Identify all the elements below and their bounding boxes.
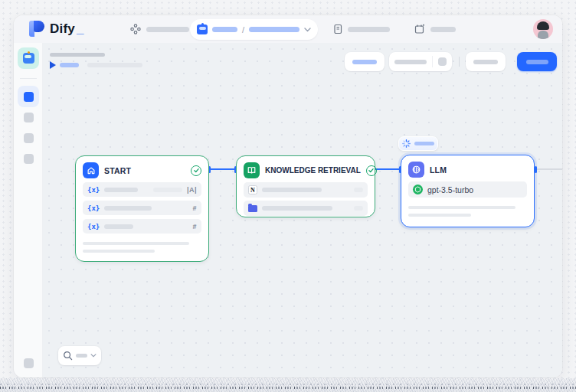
dify-logo-icon xyxy=(29,21,44,37)
sidebar-app-icon[interactable] xyxy=(18,47,39,69)
node-description-placeholder xyxy=(408,214,471,217)
sidebar-item-placeholder-2[interactable] xyxy=(24,133,34,143)
dataset-name-placeholder xyxy=(262,188,322,192)
node-knowledge-retrieval[interactable]: KNOWLEDGE RETRIEVAL N xyxy=(236,155,375,217)
docs-label-placeholder xyxy=(348,27,390,32)
publish-button[interactable] xyxy=(517,52,557,71)
folder-icon xyxy=(248,205,257,212)
desktop-background: Dify _ / xyxy=(0,0,576,392)
node-description-placeholder xyxy=(83,250,155,253)
dataset-row: N xyxy=(244,182,368,198)
left-sidebar xyxy=(14,43,43,377)
calendar-plus-icon xyxy=(414,24,425,34)
notebook-icon xyxy=(333,24,342,34)
app-bot-icon xyxy=(23,53,34,64)
history-icon-placeholder xyxy=(438,57,447,66)
breadcrumb-separator: / xyxy=(242,25,244,34)
variable-name-placeholder xyxy=(104,188,138,192)
dataset-row xyxy=(244,201,368,216)
dataset-meta-placeholder xyxy=(354,188,363,192)
variable-icon: {x} xyxy=(87,186,100,194)
edge-knowledge-to-llm xyxy=(374,168,401,170)
bottom-artifact-strip xyxy=(0,378,576,392)
sidebar-item-placeholder-3[interactable] xyxy=(24,154,34,164)
book-icon xyxy=(244,162,260,178)
grid-move-icon xyxy=(130,24,141,34)
check-circle-icon xyxy=(191,165,201,176)
badge-label-placeholder xyxy=(414,142,434,145)
play-icon[interactable] xyxy=(50,61,56,69)
preview-label-placeholder xyxy=(473,60,498,64)
node-title: START xyxy=(104,166,131,175)
workflow-run-info xyxy=(50,60,142,70)
model-icon xyxy=(408,162,424,178)
model-row: gpt-3.5-turbo xyxy=(408,181,527,198)
workflow-icon xyxy=(24,92,34,102)
variable-value-placeholder xyxy=(153,188,182,192)
variable-icon: {x} xyxy=(87,223,100,230)
node-description-placeholder xyxy=(83,242,189,245)
variable-name-placeholder xyxy=(104,224,133,229)
openai-icon xyxy=(413,185,423,194)
app-category-placeholder xyxy=(212,27,237,32)
sidebar-divider xyxy=(20,78,37,79)
workflow-canvas[interactable]: START {x} |A| {x} # xyxy=(43,43,562,377)
search-icon xyxy=(63,351,73,361)
variable-row: {x} |A| xyxy=(83,182,201,197)
schedule-menu[interactable] xyxy=(414,15,456,43)
workspace-name-placeholder xyxy=(146,27,189,32)
zoom-value-placeholder xyxy=(76,354,87,358)
dataset-name-placeholder xyxy=(262,206,332,211)
node-title: KNOWLEDGE RETRIEVAL xyxy=(265,166,361,175)
dify-logo[interactable]: Dify _ xyxy=(29,21,83,37)
schedule-label-placeholder xyxy=(430,27,456,32)
user-avatar[interactable] xyxy=(533,19,553,39)
history-label-placeholder xyxy=(394,60,427,64)
node-title: LLM xyxy=(430,165,447,175)
chevron-down-icon xyxy=(90,354,97,358)
toolbar-divider xyxy=(459,57,460,67)
docs-menu[interactable] xyxy=(333,15,390,43)
features-label-placeholder xyxy=(352,60,377,64)
variable-type-label: |A| xyxy=(187,186,197,194)
logo-caret: _ xyxy=(77,21,83,37)
spinner-icon xyxy=(402,139,411,148)
history-split-button[interactable] xyxy=(389,52,452,71)
app-name-placeholder xyxy=(249,27,299,32)
variable-row: {x} # xyxy=(83,219,201,234)
workflow-title-placeholder xyxy=(50,53,105,57)
llm-running-badge xyxy=(398,136,438,151)
notion-icon: N xyxy=(248,185,257,194)
workspace-menu[interactable] xyxy=(130,15,189,43)
sidebar-item-placeholder-bottom[interactable] xyxy=(24,358,34,368)
sidebar-item-workflow-active[interactable] xyxy=(18,86,39,107)
bot-icon xyxy=(197,24,208,34)
node-llm[interactable]: LLM gpt-3.5-turbo xyxy=(401,155,535,227)
app-switcher[interactable]: / xyxy=(190,19,318,40)
home-icon xyxy=(83,162,99,178)
node-description-placeholder xyxy=(408,206,515,209)
variable-name-placeholder xyxy=(104,206,152,211)
edge-llm-outgoing xyxy=(537,168,562,170)
sidebar-item-placeholder-1[interactable] xyxy=(24,113,34,122)
features-button[interactable] xyxy=(345,52,385,71)
variable-type-label: # xyxy=(192,204,197,212)
edge-start-to-knowledge xyxy=(209,168,236,170)
model-name: gpt-3.5-turbo xyxy=(427,185,473,194)
variable-type-label: # xyxy=(192,223,197,230)
variable-row: {x} # xyxy=(83,201,201,215)
run-meta-placeholder xyxy=(87,63,142,67)
dataset-meta-placeholder xyxy=(354,206,363,211)
check-circle-icon xyxy=(366,165,377,176)
app-window: Dify _ / xyxy=(14,15,562,377)
top-bar: Dify _ / xyxy=(14,15,562,43)
logo-text: Dify xyxy=(50,21,75,37)
chevron-down-icon xyxy=(304,28,311,32)
publish-label-placeholder xyxy=(526,60,548,64)
variable-icon: {x} xyxy=(87,204,100,212)
node-start[interactable]: START {x} |A| {x} # xyxy=(75,155,209,262)
run-status-placeholder xyxy=(60,63,79,67)
zoom-control[interactable] xyxy=(58,346,101,365)
preview-button[interactable] xyxy=(466,52,506,71)
